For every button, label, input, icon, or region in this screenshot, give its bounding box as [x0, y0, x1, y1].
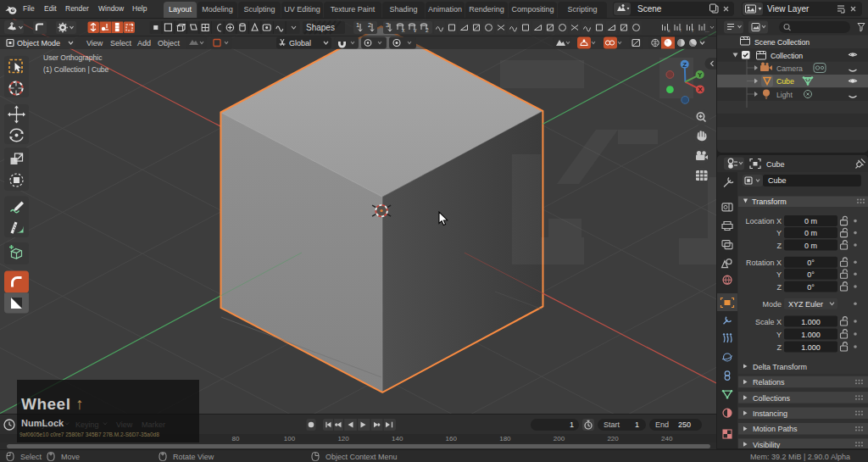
svg-text:Z: Z: [777, 283, 782, 292]
svg-text:Rotate View: Rotate View: [173, 453, 214, 461]
svg-text:250: 250: [678, 420, 691, 429]
svg-text:Shapes: Shapes: [306, 23, 335, 32]
svg-text:Y: Y: [698, 71, 703, 79]
svg-text:Motion Paths: Motion Paths: [753, 425, 798, 433]
svg-text:Global: Global: [289, 39, 311, 47]
svg-text:3: 3: [386, 21, 389, 29]
svg-text:0°: 0°: [807, 283, 815, 292]
svg-text:200: 200: [554, 435, 565, 443]
svg-text:XYZ Euler: XYZ Euler: [788, 300, 823, 309]
svg-text:1: 1: [570, 420, 574, 429]
svg-text:Object Mode: Object Mode: [17, 39, 60, 47]
svg-text:Mem: 39.2 MiB | 2.90.0 Alpha: Mem: 39.2 MiB | 2.90.0 Alpha: [750, 453, 850, 461]
svg-text:240: 240: [661, 435, 673, 443]
svg-text:80: 80: [231, 435, 239, 443]
svg-text:Select: Select: [110, 39, 132, 47]
svg-text:0°: 0°: [807, 259, 815, 267]
svg-text:Y: Y: [776, 270, 782, 279]
svg-text:Camera: Camera: [776, 64, 803, 73]
svg-text:x: x: [668, 28, 670, 33]
svg-text:Collection: Collection: [771, 52, 803, 60]
svg-text:2: 2: [426, 27, 429, 33]
svg-text:Z: Z: [777, 343, 782, 352]
svg-text:Object: Object: [158, 39, 181, 47]
svg-text:Z: Z: [777, 242, 782, 250]
svg-text:1: 1: [635, 420, 639, 429]
svg-text:Light: Light: [776, 91, 793, 99]
svg-text:1.000: 1.000: [801, 343, 821, 352]
svg-text:View: View: [86, 39, 103, 47]
svg-text:Scene Collection: Scene Collection: [754, 38, 810, 47]
svg-text:Cube: Cube: [766, 160, 785, 169]
svg-text:Scale X: Scale X: [755, 318, 782, 326]
svg-text:Y: Y: [776, 229, 782, 237]
svg-text:Scene: Scene: [637, 4, 662, 14]
svg-text:140: 140: [392, 435, 403, 443]
svg-text:220: 220: [607, 435, 619, 443]
svg-text:Move: Move: [61, 453, 80, 461]
svg-text:Rotation X: Rotation X: [746, 259, 782, 267]
svg-text:Add: Add: [137, 39, 151, 47]
svg-text:0°: 0°: [807, 270, 815, 279]
svg-text:Object Context Menu: Object Context Menu: [326, 453, 398, 461]
svg-text:End: End: [655, 420, 669, 429]
svg-text:0 m: 0 m: [804, 217, 817, 225]
svg-text:100: 100: [284, 435, 296, 443]
svg-text:X: X: [698, 86, 703, 93]
svg-text:160: 160: [446, 435, 458, 443]
svg-text:Delta Transform: Delta Transform: [753, 363, 807, 371]
svg-text:Z: Z: [682, 61, 687, 69]
svg-text:Location X: Location X: [745, 217, 782, 225]
svg-text:Y: Y: [776, 331, 782, 339]
svg-text:Collections: Collections: [753, 394, 791, 403]
svg-text:Visibility: Visibility: [753, 441, 781, 448]
svg-text:Cube: Cube: [776, 77, 794, 86]
svg-text:Transform: Transform: [752, 198, 787, 206]
svg-text:0 m: 0 m: [804, 242, 817, 250]
svg-text:View Layer: View Layer: [767, 4, 810, 14]
svg-text:Instancing: Instancing: [753, 409, 787, 418]
svg-text:Select: Select: [20, 453, 42, 461]
svg-text:1.000: 1.000: [801, 331, 821, 339]
svg-text:Mode: Mode: [762, 300, 782, 309]
svg-text:Start: Start: [604, 420, 620, 429]
svg-text:Relations: Relations: [753, 378, 785, 387]
svg-text:180: 180: [499, 435, 511, 443]
svg-text:Cube: Cube: [768, 176, 787, 185]
svg-text:0 m: 0 m: [804, 229, 817, 237]
svg-text:…: …: [704, 28, 709, 33]
svg-text:2: 2: [368, 21, 371, 29]
svg-text:120: 120: [337, 435, 349, 443]
svg-text:1: 1: [356, 21, 359, 29]
svg-text:1.000: 1.000: [801, 318, 821, 326]
